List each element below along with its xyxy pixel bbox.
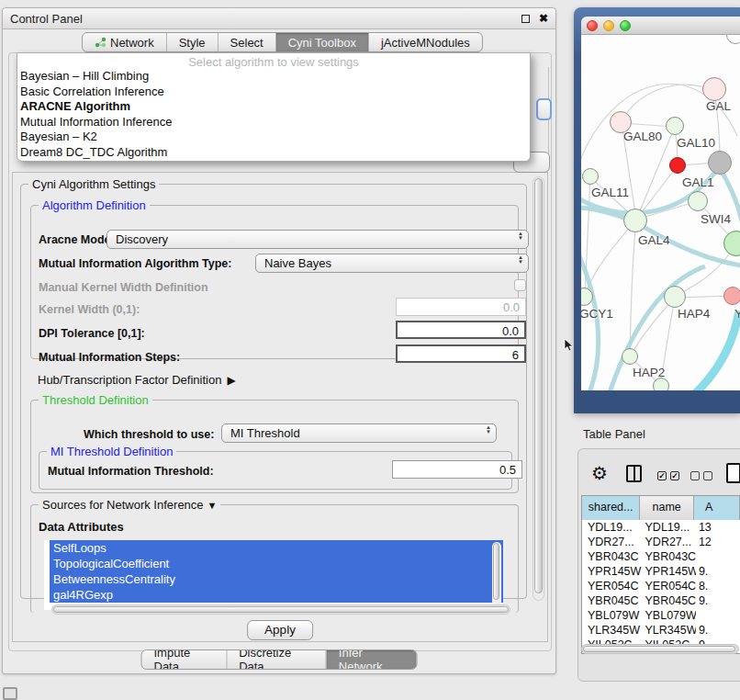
- table-row[interactable]: YBL079WYBL079W: [582, 608, 740, 623]
- attribute-selfloops[interactable]: SelfLoops: [50, 540, 503, 556]
- column-layout-icon[interactable]: [626, 465, 642, 482]
- algorithm-option-bayesian-k2[interactable]: Bayesian – K2: [17, 130, 530, 145]
- minimize-traffic-light-icon[interactable]: [603, 20, 614, 31]
- close-icon[interactable]: ✖: [539, 13, 548, 24]
- attribute-topologicalcoefficient[interactable]: TopologicalCoefficient: [50, 556, 503, 571]
- kernel-width-field[interactable]: 0.0: [396, 298, 526, 316]
- network-node-gal11[interactable]: [582, 168, 599, 185]
- table-cell: YDR27...: [582, 535, 642, 549]
- dpi-tolerance-field[interactable]: 0.0: [396, 321, 526, 339]
- manual-kernel-label: Manual Kernel Width Definition: [39, 281, 208, 294]
- hub-definition-toggle[interactable]: Hub/Transcription Factor Definition▶: [38, 373, 236, 387]
- attribute-gal4rgexp[interactable]: gal4RGexp: [50, 587, 503, 603]
- mi-steps-field[interactable]: 6: [396, 344, 526, 363]
- which-threshold-select[interactable]: MI Threshold ▲▼: [221, 423, 497, 443]
- algorithm-option-bayesian-hill-climbing[interactable]: Bayesian – Hill Climbing: [17, 69, 530, 85]
- data-attributes-label: Data Attributes: [39, 520, 124, 534]
- network-node[interactable]: [669, 157, 686, 174]
- table-cell: YDL19...: [582, 520, 642, 535]
- export-table-icon[interactable]: [726, 463, 740, 483]
- tab-discretize-data[interactable]: Discretize Data: [227, 650, 327, 669]
- tab-jactivemnodules[interactable]: jActiveMNodules: [369, 33, 482, 51]
- node-label: GCY1: [581, 307, 613, 321]
- network-node-hap2[interactable]: [622, 348, 638, 365]
- node-label: GAL10: [677, 136, 715, 150]
- column-header-a[interactable]: A: [694, 496, 740, 520]
- tab-network[interactable]: Network: [83, 33, 167, 51]
- restore-panel-icon[interactable]: [3, 687, 17, 700]
- deselect-all-checkboxes-icon[interactable]: [690, 471, 712, 480]
- algorithm-option-aracne-algorithm[interactable]: ARACNE Algorithm: [17, 99, 530, 115]
- algorithm-option-mutual-information-inference[interactable]: Mutual Information Inference: [17, 115, 530, 130]
- table-cell: YBR045C: [642, 593, 696, 608]
- group-title: MI Threshold Definition: [47, 445, 176, 458]
- sources-group: Sources for Network Inference▼ Data Attr…: [30, 504, 519, 613]
- column-header-name[interactable]: name: [640, 496, 694, 520]
- table-row[interactable]: YDR27...YDR27...12: [582, 535, 740, 549]
- settings-horizontal-scrollbar[interactable]: [51, 604, 510, 615]
- tab-cyni-toolbox[interactable]: Cyni Toolbox: [276, 33, 369, 51]
- column-header-shared[interactable]: shared...: [582, 496, 640, 520]
- kernel-width-label: Kernel Width (0,1):: [39, 303, 140, 316]
- which-threshold-label: Which threshold to use:: [84, 428, 214, 441]
- algorithm-option-dream8-dc-tdc-algorithm[interactable]: Dream8 DC_TDC Algorithm: [17, 145, 530, 161]
- table-row[interactable]: YDL19...YDL19...13: [582, 520, 740, 535]
- attribute-betweennesscentrality[interactable]: BetweennessCentrality: [50, 571, 503, 587]
- network-window-titlebar[interactable]: [581, 17, 740, 35]
- network-node-gal[interactable]: [702, 77, 726, 101]
- tab-infer-network[interactable]: Infer Network: [327, 650, 417, 669]
- table-row[interactable]: YBR043CYBR043C: [582, 549, 740, 564]
- table-cell: [696, 608, 740, 623]
- network-canvas[interactable]: GALGAL80GAL10GAL11GAL1GAL4SWI4GCY1HAP4YH…: [581, 35, 740, 390]
- dpi-tolerance-label: DPI Tolerance [0,1]:: [39, 327, 145, 340]
- tab-impute-data[interactable]: Impute Data: [142, 650, 228, 669]
- desktop: Control Panel ✖ NetworkStyleSelectCyni T…: [0, 0, 740, 700]
- which-threshold-value: MI Threshold: [230, 426, 300, 440]
- aracne-mode-select[interactable]: Discovery ▲▼: [107, 230, 529, 249]
- table-row[interactable]: YPR145WYPR145W9.: [582, 564, 740, 579]
- table-row[interactable]: YER054CYER054C8.: [582, 579, 740, 593]
- table-cell: 13: [696, 520, 740, 535]
- group-title: Algorithm Definition: [39, 198, 150, 212]
- aracne-mode-label: Aracne Mode:: [39, 233, 115, 246]
- table-cell: YBL079W: [582, 608, 642, 623]
- node-label: SWI4: [701, 212, 731, 226]
- algorithm-placeholder: Select algorithm to view settings: [17, 53, 530, 69]
- network-node[interactable]: [708, 151, 732, 175]
- table-row[interactable]: YLR345WYLR345W9.: [582, 623, 740, 638]
- table-cell: YPR145W: [582, 564, 642, 579]
- network-node-gal10[interactable]: [666, 117, 684, 135]
- mi-algorithm-type-select[interactable]: Naive Bayes ▲▼: [255, 254, 529, 273]
- network-node-gal4[interactable]: [623, 209, 647, 232]
- zoom-traffic-light-icon[interactable]: [620, 20, 631, 31]
- network-node[interactable]: [653, 378, 669, 390]
- network-node-hap4[interactable]: [664, 286, 686, 308]
- table-horizontal-scrollbar[interactable]: [581, 644, 739, 654]
- table-row[interactable]: YBR045CYBR045C9.: [582, 593, 740, 608]
- cyni-algorithm-settings-group: Cyni Algorithm Settings Algorithm Defini…: [20, 184, 527, 599]
- table-cell: 9.: [696, 623, 740, 638]
- tab-select[interactable]: Select: [219, 33, 276, 51]
- apply-button[interactable]: Apply: [247, 620, 313, 640]
- manual-kernel-checkbox[interactable]: [514, 279, 526, 291]
- network-node-y[interactable]: [723, 287, 740, 305]
- tab-label: jActiveMNodules: [381, 36, 470, 50]
- list-scrollbar[interactable]: [492, 542, 501, 606]
- table-cell: YBR043C: [582, 549, 642, 564]
- algorithm-option-basic-correlation-inference[interactable]: Basic Correlation Inference: [17, 85, 530, 100]
- mi-threshold-field[interactable]: 0.5: [392, 460, 522, 479]
- network-node-gal1[interactable]: [688, 191, 708, 211]
- table-cell: 8.: [696, 579, 740, 593]
- settings-vertical-scrollbar[interactable]: [533, 176, 544, 601]
- gear-icon[interactable]: ⚙: [591, 462, 608, 484]
- tab-style[interactable]: Style: [167, 33, 219, 51]
- table-cell: YDL19...: [642, 520, 696, 535]
- table-cell: YBR045C: [582, 593, 642, 608]
- select-all-checkboxes-icon[interactable]: ✓✓: [657, 471, 679, 480]
- table-cell: 9.: [696, 593, 740, 608]
- close-traffic-light-icon[interactable]: [587, 20, 598, 31]
- focused-combo-fragment[interactable]: [536, 98, 552, 120]
- tab-label: Discretize Data: [239, 649, 314, 670]
- node-label: GAL4: [638, 233, 670, 247]
- float-window-icon[interactable]: [521, 15, 530, 23]
